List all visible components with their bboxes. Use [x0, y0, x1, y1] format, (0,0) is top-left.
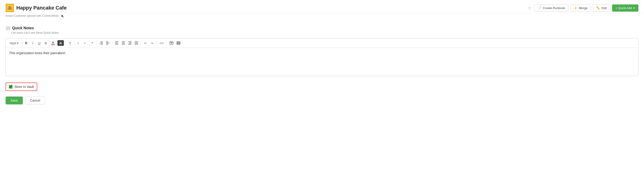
svg-rect-24 [135, 42, 138, 42]
svg-text:≡: ≡ [78, 42, 79, 44]
header-left: THE LOGO COMPANY Happy Pancake Cafe [6, 4, 66, 12]
svg-text:COMPANY: COMPANY [8, 8, 12, 10]
strikethrough-button[interactable]: S [43, 40, 49, 46]
editor-toolbar: Style ▾ B I U S A A ¶ ≡ [6, 38, 638, 48]
svg-rect-17 [115, 44, 118, 44]
company-name: Happy Pancake Cafe [16, 5, 66, 11]
company-logo: THE LOGO COMPANY [6, 4, 14, 12]
main-content: ⬜ Quick Notes Lite users can't see these… [0, 21, 644, 109]
store-in-vault-checkbox[interactable] [9, 85, 12, 88]
style-dropdown[interactable]: Style ▾ [8, 40, 20, 46]
font-highlight-icon: A [59, 41, 62, 45]
toolbar-separator-7 [156, 41, 156, 45]
svg-rect-19 [122, 43, 124, 43]
style-label: Style [10, 42, 16, 45]
svg-rect-23 [128, 44, 132, 44]
dropdown-arrow-icon: ▾ [633, 6, 635, 10]
quick-notes-section-header: ⬜ Quick Notes [6, 26, 638, 30]
svg-rect-7 [100, 42, 103, 42]
toolbar-separator-3 [74, 41, 75, 45]
merge-button[interactable]: ⚡ Merge [570, 4, 591, 12]
vault-checkbox-label[interactable]: Store In Vault [14, 85, 34, 88]
section-subtitle: Lite users can't see these Quick Notes [11, 31, 638, 34]
action-buttons: Save Cancel [6, 96, 638, 104]
svg-rect-15 [115, 42, 118, 42]
indent-button[interactable] [105, 40, 110, 46]
vault-checkbox-wrapper: Store In Vault [6, 82, 37, 91]
bold-button[interactable]: B [24, 40, 29, 46]
paragraph-mark-button[interactable]: ¶ [67, 40, 73, 46]
svg-rect-22 [129, 43, 132, 43]
table-options-button[interactable] [176, 40, 182, 46]
runbook-icon: 📄 [538, 6, 542, 10]
svg-rect-18 [122, 42, 125, 42]
svg-rect-26 [135, 44, 138, 44]
svg-marker-10 [100, 42, 100, 44]
favorite-icon[interactable]: ☆ [526, 4, 532, 12]
underline-button[interactable]: U [36, 40, 42, 46]
cancel-button[interactable]: Cancel [25, 96, 45, 104]
svg-rect-12 [106, 43, 108, 43]
svg-marker-14 [109, 42, 109, 44]
outdent-button[interactable] [98, 40, 104, 46]
editor-body[interactable]: This organization loves their pancakes! [6, 48, 638, 76]
svg-rect-25 [135, 43, 138, 43]
justify-button[interactable] [134, 40, 139, 46]
editor-container: Style ▾ B I U S A A ¶ ≡ [6, 38, 638, 76]
table-button[interactable] [168, 40, 174, 46]
font-color-icon: A [51, 40, 55, 46]
edit-button[interactable]: ✏️ Edit [593, 4, 610, 12]
svg-text:≡: ≡ [84, 42, 86, 44]
svg-rect-16 [115, 43, 118, 43]
toolbar-separator-8 [166, 41, 167, 45]
subtitle-bar: Active Customer synced with ConnectWise … [0, 13, 644, 21]
quick-notes-icon: ⬜ [6, 26, 10, 30]
align-right-button[interactable] [127, 40, 132, 46]
italic-button[interactable]: I [30, 40, 36, 46]
toolbar-separator-6 [141, 41, 141, 45]
ordered-list-button[interactable]: ≡ [76, 40, 82, 46]
undo-button[interactable]: ↩ [142, 40, 148, 46]
create-runbook-button[interactable]: 📄 Create Runbook [534, 4, 568, 12]
unordered-list-button[interactable]: ≡ [83, 40, 88, 46]
section-title: Quick Notes [12, 26, 34, 30]
svg-rect-11 [106, 42, 108, 42]
code-button[interactable]: </> [158, 40, 165, 46]
edit-icon: ✏️ [596, 6, 600, 10]
save-button[interactable]: Save [6, 96, 23, 104]
vault-checkbox-area: Store In Vault [6, 80, 638, 94]
connectwise-icon: 🔌 [60, 14, 64, 18]
header-actions: ☆ 📄 Create Runbook ⚡ Merge ✏️ Edit + Qui… [526, 4, 638, 12]
editor-content: This organization loves their pancakes! [9, 51, 66, 55]
merge-icon: ⚡ [574, 6, 578, 10]
align-center-button[interactable] [120, 40, 126, 46]
svg-rect-21 [128, 42, 132, 42]
redo-button[interactable]: ↪ [149, 40, 155, 46]
align-left-button[interactable] [114, 40, 120, 46]
blockquote-button[interactable]: ❝ [89, 40, 95, 46]
header: THE LOGO COMPANY Happy Pancake Cafe ☆ 📄 … [0, 0, 644, 13]
svg-rect-30 [177, 42, 180, 44]
svg-rect-20 [122, 44, 125, 44]
style-chevron-icon: ▾ [17, 42, 18, 45]
font-highlight-button[interactable]: A [58, 40, 64, 46]
svg-rect-9 [100, 44, 103, 44]
svg-rect-13 [106, 44, 108, 44]
quick-add-button[interactable]: + Quick Add ▾ [612, 4, 638, 12]
svg-rect-8 [100, 43, 103, 43]
font-color-button[interactable]: A [50, 40, 56, 46]
toolbar-separator-4 [96, 41, 97, 45]
